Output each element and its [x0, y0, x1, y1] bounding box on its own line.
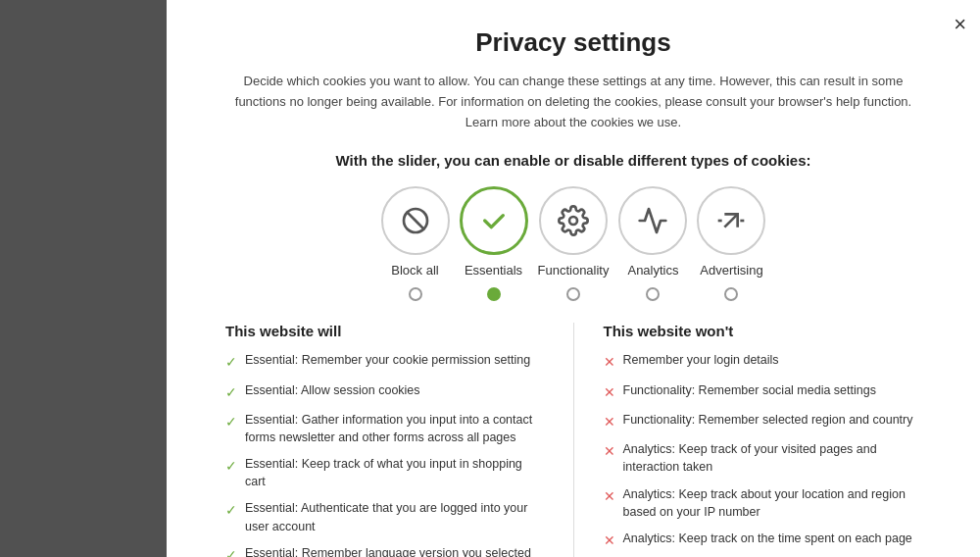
- cookie-icon-analytics: [618, 186, 687, 255]
- radio-block-all: [409, 287, 422, 301]
- wont-item-1: Functionality: Remember social media set…: [623, 381, 876, 399]
- cookie-label-functionality: Functionality: [538, 263, 610, 278]
- list-item: ✓Essential: Remember language version yo…: [225, 544, 544, 557]
- wont-item-0: Remember your login details: [623, 351, 779, 369]
- list-item: ✓Essential: Remember your cookie permiss…: [225, 351, 544, 372]
- wont-item-5: Analytics: Keep track on the time spent …: [623, 530, 912, 547]
- cookie-label-advertising: Advertising: [700, 263, 762, 278]
- cookie-label-block-all: Block all: [391, 263, 438, 278]
- x-icon: ✕: [604, 412, 615, 431]
- svg-line-3: [725, 215, 738, 228]
- list-item: ✓Essential: Allow session cookies: [225, 381, 544, 402]
- cookie-label-essentials: Essentials: [465, 263, 522, 278]
- check-icon: ✓: [225, 352, 237, 372]
- svg-point-2: [569, 217, 577, 225]
- wont-column-title: This website won't: [604, 323, 922, 339]
- list-item: ✓Essential: Gather information you input…: [225, 411, 544, 446]
- list-item: ✓Essential: Keep track of what you input…: [225, 455, 544, 490]
- cookie-option-block-all[interactable]: Block all: [381, 186, 450, 301]
- cookie-label-analytics: Analytics: [627, 263, 678, 278]
- cookie-option-advertising[interactable]: Advertising: [697, 186, 765, 301]
- x-icon: ✕: [604, 486, 615, 506]
- will-list: ✓Essential: Remember your cookie permiss…: [225, 351, 544, 557]
- columns-container: This website will ✓Essential: Remember y…: [225, 323, 921, 557]
- will-item-1: Essential: Allow session cookies: [245, 381, 420, 399]
- x-icon: ✕: [604, 441, 615, 461]
- close-button[interactable]: ×: [954, 14, 966, 35]
- will-item-4: Essential: Authenticate that you are log…: [245, 499, 544, 534]
- cookie-icon-functionality: [539, 186, 608, 255]
- radio-analytics: [646, 287, 660, 301]
- list-item: ✕Remember your login details: [604, 351, 922, 372]
- list-item: ✓Essential: Authenticate that you are lo…: [225, 499, 544, 534]
- radio-essentials: [487, 287, 501, 301]
- check-icon: ✓: [225, 456, 237, 476]
- slider-label: With the slider, you can enable or disab…: [225, 152, 921, 169]
- modal-description: Decide which cookies you want to allow. …: [225, 72, 921, 132]
- list-item: ✕Functionality: Remember social media se…: [604, 381, 922, 402]
- list-item: ✕Functionality: Remember selected region…: [604, 411, 922, 431]
- cookie-option-essentials[interactable]: Essentials: [460, 186, 528, 301]
- radio-functionality: [566, 287, 580, 301]
- will-column: This website will ✓Essential: Remember y…: [225, 323, 544, 557]
- check-icon: ✓: [225, 545, 237, 557]
- cookie-icon-block-all: [381, 186, 450, 255]
- cookie-options-row: Block all Essentials Functionality: [225, 186, 921, 301]
- will-column-title: This website will: [225, 323, 544, 339]
- x-icon: ✕: [604, 382, 615, 402]
- cookie-option-analytics[interactable]: Analytics: [618, 186, 687, 301]
- radio-advertising: [724, 287, 738, 301]
- cookie-option-functionality[interactable]: Functionality: [538, 186, 610, 301]
- check-icon: ✓: [225, 500, 237, 520]
- cookie-icon-essentials: [460, 186, 528, 255]
- wont-list: ✕Remember your login details ✕Functional…: [604, 351, 922, 557]
- modal-title: Privacy settings: [225, 27, 921, 58]
- column-divider: [573, 323, 574, 557]
- check-icon: ✓: [225, 412, 237, 431]
- will-item-2: Essential: Gather information you input …: [245, 411, 544, 446]
- wont-item-3: Analytics: Keep track of your visited pa…: [623, 440, 922, 476]
- will-item-0: Essential: Remember your cookie permissi…: [245, 351, 530, 369]
- x-icon: ✕: [604, 531, 615, 550]
- wont-item-2: Functionality: Remember selected region …: [623, 411, 913, 429]
- svg-line-1: [406, 212, 424, 230]
- wont-item-4: Analytics: Keep track about your locatio…: [623, 485, 922, 521]
- cookie-icon-advertising: [697, 186, 765, 255]
- will-item-3: Essential: Keep track of what you input …: [245, 455, 544, 490]
- list-item: ✕Analytics: Keep track on the time spent…: [604, 530, 922, 550]
- will-item-5: Essential: Remember language version you…: [245, 544, 531, 557]
- x-icon: ✕: [604, 352, 615, 372]
- privacy-modal: × Privacy settings Decide which cookies …: [167, 0, 980, 557]
- wont-column: This website won't ✕Remember your login …: [604, 323, 922, 557]
- check-icon: ✓: [225, 382, 237, 402]
- list-item: ✕Analytics: Keep track about your locati…: [604, 485, 922, 521]
- list-item: ✕Analytics: Keep track of your visited p…: [604, 440, 922, 476]
